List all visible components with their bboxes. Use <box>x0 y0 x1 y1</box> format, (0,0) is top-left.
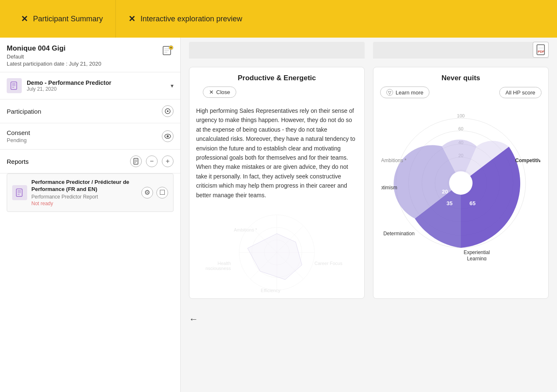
tab-participant-summary[interactable]: ✕ Participant Summary <box>8 0 116 38</box>
svg-text:Consciousness: Consciousness <box>206 266 231 271</box>
consent-status: Pending <box>7 137 30 143</box>
assessment-info: Demo - Performance Predictor July 21, 20… <box>27 79 166 92</box>
report-status: Not ready <box>31 201 137 206</box>
report-gear-icon[interactable]: ⚙ <box>141 187 153 199</box>
dropdown-arrow-icon[interactable]: ▾ <box>171 82 174 89</box>
tab-label-participant: Participant Summary <box>33 15 103 23</box>
svg-marker-34 <box>248 234 302 280</box>
tab-close-interactive[interactable]: ✕ <box>128 14 135 24</box>
reports-minus-icon[interactable]: − <box>146 155 158 167</box>
participant-name: Monique 004 Gigi <box>7 44 174 53</box>
learn-more-circle-icon: ▽ <box>386 89 393 96</box>
reports-plus-icon[interactable]: + <box>162 155 174 167</box>
card1-title: Productive & Energetic <box>189 67 364 87</box>
svg-text:90: 90 <box>466 182 472 188</box>
report-info: Performance Predictor / Prédicteur de Pe… <box>31 179 137 206</box>
tab-close-participant[interactable]: ✕ <box>21 14 28 24</box>
report-name: Performance Predictor / Prédicteur de Pe… <box>31 179 137 193</box>
chart-container: 100 60 40 20 <box>373 102 548 265</box>
svg-text:35: 35 <box>447 200 452 206</box>
participation-date: Latest participation date : July 21, 202… <box>7 61 174 67</box>
svg-text:Competitiveness *: Competitiveness * <box>515 158 540 163</box>
pdf-icon[interactable]: PDF <box>533 42 549 58</box>
svg-text:Ambitions *: Ambitions * <box>381 158 406 163</box>
reports-icons: − + <box>130 155 174 167</box>
consent-row: Consent Pending <box>0 123 180 150</box>
card2-title: Never quits <box>373 67 548 87</box>
tab-bar: ✕ Participant Summary ✕ Interactive expl… <box>0 0 557 38</box>
card1-description: High performing Sales Representatives re… <box>189 106 364 206</box>
main-content: Monique 004 Gigi Default Latest particip… <box>0 38 557 392</box>
card-productive-energetic: Productive & Energetic ✕ Close High perf… <box>189 67 365 299</box>
report-actions: ⚙ ☐ <box>141 187 168 199</box>
participant-group: Default <box>7 53 174 60</box>
svg-text:20: 20 <box>442 188 448 195</box>
all-hp-button[interactable]: All HP score <box>499 87 542 98</box>
report-item: Performance Predictor / Prédicteur de Pe… <box>7 173 174 212</box>
svg-text:60: 60 <box>458 126 463 131</box>
participation-row: Participation <box>0 99 180 123</box>
participation-view-icon[interactable] <box>162 105 174 117</box>
sidebar: Monique 004 Gigi Default Latest particip… <box>0 38 181 392</box>
learn-more-button[interactable]: ▽ Learn more <box>380 87 429 98</box>
consent-eye-icon[interactable] <box>162 130 174 142</box>
reports-label: Reports <box>7 158 126 165</box>
participation-label: Participation <box>7 108 41 115</box>
report-checkbox[interactable]: ☐ <box>156 187 168 199</box>
svg-text:Optimism: Optimism <box>381 185 397 191</box>
tab-interactive-exploration[interactable]: ✕ Interactive exploration preview <box>116 0 255 38</box>
radar-chart-bg: Ambitions * Career Focus Efficiency Heal… <box>189 206 364 298</box>
tab-label-interactive: Interactive exploration preview <box>141 15 242 23</box>
close-x-icon: ✕ <box>209 89 214 95</box>
participation-icons <box>162 105 174 117</box>
svg-text:PDF: PDF <box>538 50 544 53</box>
svg-text:Determination: Determination <box>383 231 415 237</box>
svg-text:Learning: Learning <box>467 256 487 260</box>
svg-text:Career Focus: Career Focus <box>314 261 342 266</box>
learn-more-label: Learn more <box>396 89 423 96</box>
assessment-selector[interactable]: Demo - Performance Predictor July 21, 20… <box>0 72 180 99</box>
right-panel: PDF Productive & Energetic ✕ Close <box>181 38 557 392</box>
svg-text:65: 65 <box>470 200 475 206</box>
assessment-name: Demo - Performance Predictor <box>27 79 166 86</box>
svg-text:Efficiency: Efficiency <box>261 288 281 293</box>
svg-text:Experiential: Experiential <box>464 249 490 255</box>
cards-row: Productive & Energetic ✕ Close High perf… <box>181 59 557 307</box>
svg-point-12 <box>167 110 169 112</box>
close-button[interactable]: ✕ Close <box>203 87 236 98</box>
participant-header: Monique 004 Gigi Default Latest particip… <box>0 38 180 72</box>
back-arrow[interactable]: ← <box>181 307 557 331</box>
card-never-quits: Never quits ▽ Learn more All HP score <box>373 67 549 299</box>
svg-text:100: 100 <box>457 113 465 118</box>
close-label: Close <box>216 89 230 95</box>
svg-text:Ambitions *: Ambitions * <box>234 227 257 232</box>
svg-text:Health: Health <box>217 261 231 266</box>
svg-point-14 <box>167 135 169 137</box>
reports-doc-icon[interactable] <box>130 155 142 167</box>
report-type: Performance Predictor Report <box>31 194 137 200</box>
edit-icon[interactable] <box>162 44 174 59</box>
assessment-date: July 21, 2020 <box>27 86 166 92</box>
consent-label: Consent <box>7 129 30 136</box>
report-item-icon <box>12 185 27 200</box>
all-hp-label: All HP score <box>506 89 535 96</box>
assessment-icon <box>7 78 22 93</box>
reports-row: Reports − + <box>0 150 180 173</box>
